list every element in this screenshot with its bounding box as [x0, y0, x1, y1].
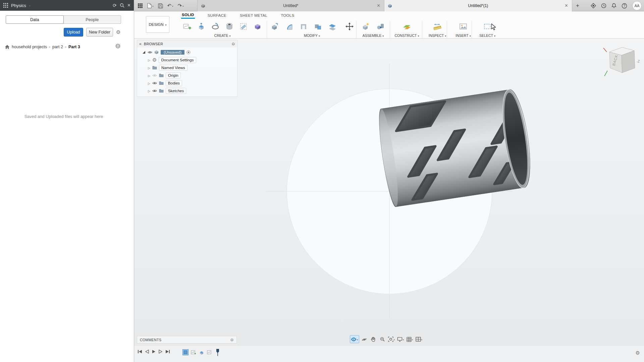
construct-menu[interactable]: CONSTRUCT: [395, 34, 419, 38]
notifications-bell-icon[interactable]: [611, 3, 616, 8]
extrude-icon[interactable]: [196, 20, 207, 33]
combine-icon[interactable]: [312, 20, 324, 33]
fit-zoom-window-button[interactable]: [387, 335, 396, 343]
app-grid-icon[interactable]: [3, 3, 8, 8]
ribbon-tab-solid[interactable]: SOLID: [181, 12, 195, 19]
tree-row-bodies[interactable]: Bodies: [137, 79, 237, 87]
job-status-clock-icon[interactable]: [601, 3, 606, 8]
save-icon[interactable]: [158, 3, 163, 8]
file-menu-icon[interactable]: [147, 3, 154, 8]
tree-row-document-settings[interactable]: Document Settings: [137, 56, 237, 64]
timeline-settings-gear-icon[interactable]: [636, 350, 640, 356]
new-folder-button[interactable]: New Folder: [86, 28, 113, 37]
close-tab-icon[interactable]: [564, 3, 569, 9]
comments-toggle-icon[interactable]: [230, 338, 234, 342]
activate-radio-icon[interactable]: [186, 50, 191, 54]
collapse-browser-icon[interactable]: [139, 42, 142, 46]
create-menu[interactable]: CREATE: [214, 34, 231, 38]
step-back-button[interactable]: [145, 350, 149, 354]
modify-menu[interactable]: MODIFY: [304, 34, 320, 38]
display-settings-button[interactable]: [396, 335, 405, 343]
redo-icon[interactable]: [178, 3, 184, 9]
move-copy-icon[interactable]: [344, 20, 355, 33]
viewport-canvas[interactable]: BACK -Z BROWSER (Unsaved): [134, 39, 644, 346]
ribbon-tab-tools[interactable]: TOOLS: [280, 12, 295, 18]
undo-icon[interactable]: [167, 3, 173, 9]
go-to-start-button[interactable]: [138, 350, 142, 354]
home-icon[interactable]: [5, 45, 10, 49]
pan-tool-button[interactable]: [369, 335, 377, 343]
insert-icon[interactable]: [458, 20, 469, 33]
breadcrumb-item[interactable]: part 2: [52, 45, 63, 49]
primitive-box-icon[interactable]: [252, 20, 263, 33]
visibility-eye-off-icon[interactable]: [152, 74, 157, 77]
go-to-end-button[interactable]: [165, 350, 170, 354]
step-forward-button[interactable]: [159, 350, 162, 354]
measure-icon[interactable]: [432, 20, 443, 33]
project-caret-down-icon[interactable]: [29, 3, 31, 8]
expander-collapsed-icon[interactable]: [148, 81, 150, 85]
tree-row-sketches[interactable]: Sketches: [137, 87, 237, 95]
browser-display-toggle-icon[interactable]: [232, 42, 235, 46]
expander-expanded-icon[interactable]: [142, 50, 146, 54]
tree-row-named-views[interactable]: Named Views: [137, 64, 237, 71]
insert-menu[interactable]: INSERT: [455, 34, 471, 38]
visibility-eye-icon[interactable]: [152, 81, 157, 85]
play-button[interactable]: [152, 350, 156, 354]
revolve-icon[interactable]: [210, 20, 221, 33]
upload-button[interactable]: Upload: [64, 28, 83, 37]
timeline-feature-extrude[interactable]: [199, 349, 205, 355]
assemble-menu[interactable]: ASSEMBLE: [363, 34, 384, 38]
fillet-icon[interactable]: [283, 20, 295, 33]
press-pull-icon[interactable]: [269, 20, 280, 33]
comments-bar[interactable]: COMMENTS: [137, 336, 237, 344]
orbit-tool-button[interactable]: [350, 335, 359, 343]
view-cube[interactable]: BACK -Z: [602, 42, 642, 79]
thread-icon[interactable]: [238, 20, 249, 33]
expander-collapsed-icon[interactable]: [148, 89, 150, 93]
extensions-icon[interactable]: [591, 3, 596, 8]
visibility-eye-icon[interactable]: [152, 89, 157, 93]
timeline-feature-selected[interactable]: [182, 349, 189, 355]
timeline-position-marker[interactable]: [215, 349, 221, 355]
document-tab-untitled[interactable]: Untitled*: [197, 0, 384, 11]
breadcrumb-item[interactable]: household projects: [12, 45, 47, 49]
zoom-tool-button[interactable]: [378, 335, 386, 343]
timeline-feature-sketch[interactable]: [191, 349, 197, 355]
close-tab-icon[interactable]: [376, 3, 381, 9]
refresh-icon[interactable]: [113, 3, 117, 8]
ribbon-tab-surface[interactable]: SURFACE: [207, 12, 227, 18]
visibility-eye-icon[interactable]: [148, 51, 152, 54]
tree-row-root-document[interactable]: (Unsaved): [137, 48, 237, 56]
create-sketch-icon[interactable]: [181, 20, 193, 33]
ribbon-tab-sheet-metal[interactable]: SHEET METAL: [239, 12, 268, 18]
close-panel-icon[interactable]: [127, 2, 130, 8]
new-document-tab-button[interactable]: [574, 2, 581, 9]
inspect-menu[interactable]: INSPECT: [429, 34, 446, 38]
expander-collapsed-icon[interactable]: [148, 58, 150, 62]
offset-face-icon[interactable]: [327, 20, 338, 33]
tab-people[interactable]: People: [64, 15, 121, 24]
hole-icon[interactable]: [224, 20, 235, 33]
expander-collapsed-icon[interactable]: [148, 73, 150, 77]
look-at-tool-button[interactable]: [360, 335, 368, 343]
timeline-feature-sketch-2[interactable]: [207, 349, 213, 355]
document-tab-untitled-1-active[interactable]: Untitled*(1): [384, 0, 572, 11]
search-icon[interactable]: [120, 3, 124, 8]
document-name-label[interactable]: (Unsaved): [161, 50, 184, 55]
construct-plane-icon[interactable]: [401, 20, 413, 33]
grid-display-button[interactable]: [406, 335, 414, 343]
new-component-icon[interactable]: [360, 20, 371, 33]
select-icon[interactable]: [482, 20, 493, 33]
share-globe-icon[interactable]: [115, 44, 120, 49]
shell-icon[interactable]: [298, 20, 309, 33]
tree-row-origin[interactable]: Origin: [137, 71, 237, 79]
select-menu[interactable]: SELECT: [479, 34, 495, 38]
data-settings-gear-icon[interactable]: [116, 29, 120, 35]
project-title[interactable]: Physics: [11, 3, 26, 8]
workspace-design-dropdown[interactable]: DESIGN: [146, 16, 169, 33]
joint-icon[interactable]: [375, 20, 386, 33]
viewports-button[interactable]: [415, 335, 423, 343]
help-icon[interactable]: ?: [622, 3, 627, 9]
tab-data[interactable]: Data: [6, 15, 64, 24]
